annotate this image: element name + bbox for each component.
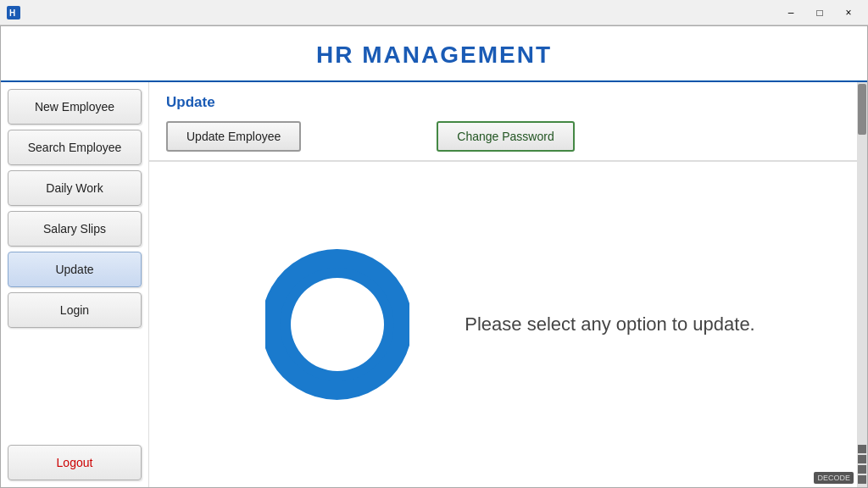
scroll-icon-4 bbox=[858, 475, 866, 484]
app-logo bbox=[261, 240, 414, 409]
update-employee-button[interactable]: Update Employee bbox=[166, 121, 301, 152]
title-bar: H – □ × bbox=[0, 0, 868, 25]
app-title: HR MANAGEMENT bbox=[316, 42, 552, 68]
content-area: Update Update Employee Change Password bbox=[149, 82, 867, 487]
update-heading: Update bbox=[166, 94, 850, 111]
maximize-button[interactable]: □ bbox=[807, 3, 832, 22]
right-scrollbar[interactable] bbox=[857, 82, 867, 487]
app-icon: H bbox=[7, 6, 20, 19]
sidebar-item-search-employee[interactable]: Search Employee bbox=[8, 130, 142, 165]
sidebar-item-daily-work[interactable]: Daily Work bbox=[8, 170, 142, 206]
scroll-icon-3 bbox=[858, 465, 866, 474]
sidebar-item-login[interactable]: Login bbox=[8, 292, 142, 328]
update-section: Update Update Employee Change Password bbox=[149, 82, 867, 161]
sidebar-item-update[interactable]: Update bbox=[8, 252, 142, 287]
scroll-icon-2 bbox=[858, 455, 866, 463]
placeholder-message: Please select any option to update. bbox=[465, 313, 754, 336]
change-password-button[interactable]: Change Password bbox=[437, 121, 574, 152]
sidebar-item-salary-slips[interactable]: Salary Slips bbox=[8, 211, 142, 247]
sidebar: New Employee Search Employee Daily Work … bbox=[1, 82, 149, 487]
app-header: HR MANAGEMENT bbox=[1, 26, 867, 82]
watermark: DECODE bbox=[814, 472, 854, 484]
scroll-icon-group bbox=[858, 445, 866, 487]
update-buttons-row: Update Employee Change Password bbox=[166, 121, 850, 152]
sidebar-item-new-employee[interactable]: New Employee bbox=[8, 89, 142, 125]
minimize-button[interactable]: – bbox=[778, 3, 804, 22]
app-body: New Employee Search Employee Daily Work … bbox=[1, 82, 867, 487]
svg-text:H: H bbox=[9, 8, 15, 18]
scrollbar-thumb bbox=[858, 84, 866, 135]
sidebar-item-logout[interactable]: Logout bbox=[8, 445, 142, 480]
close-button[interactable]: × bbox=[836, 3, 861, 22]
scroll-icon-1 bbox=[858, 445, 866, 453]
window-controls: – □ × bbox=[778, 3, 861, 22]
main-window: HR MANAGEMENT New Employee Search Employ… bbox=[0, 25, 868, 488]
center-content: Please select any option to update. bbox=[149, 162, 867, 487]
